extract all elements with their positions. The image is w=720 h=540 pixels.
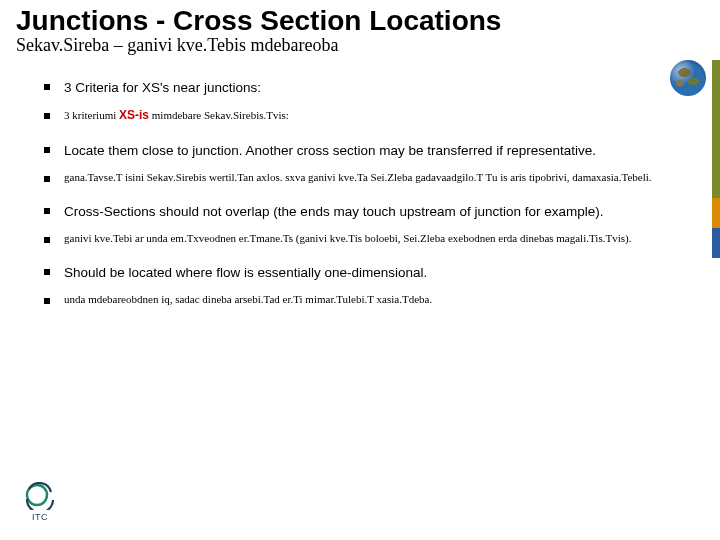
bullet-marker-icon — [44, 147, 50, 153]
bullet-item: ganivi kve.Tebi ar unda em.Txveodnen er.… — [44, 227, 704, 249]
bullet-text: Cross-Sections should not overlap (the e… — [64, 198, 704, 225]
bullet-item: 3 kriteriumi XS-is mimdebare Sekav.Sireb… — [44, 103, 704, 127]
bullet-text: unda mdebareobdnen iq, sadac dineba arse… — [64, 288, 704, 310]
slide-subtitle: Sekav.Sireba – ganivi kve.Tebis mdebareo… — [16, 35, 704, 56]
slide-title: Junctions - Cross Section Locations — [16, 6, 704, 35]
bullet-item: Locate them close to junction. Another c… — [44, 137, 704, 164]
bullet-fragment: 3 kriteriumi — [64, 109, 119, 121]
bullet-marker-icon — [44, 208, 50, 214]
side-stripe-olive — [712, 60, 720, 198]
bullet-marker-icon — [44, 298, 50, 304]
bullet-item: unda mdebareobdnen iq, sadac dineba arse… — [44, 288, 704, 310]
side-stripe-blue — [712, 228, 720, 258]
itc-logo-label: ITC — [18, 512, 62, 522]
bullet-text: Locate them close to junction. Another c… — [64, 137, 704, 164]
slide: Junctions - Cross Section Locations Seka… — [0, 0, 720, 540]
xs-highlight: XS-is — [119, 108, 149, 122]
bullet-marker-icon — [44, 269, 50, 275]
bullet-marker-icon — [44, 84, 50, 90]
itc-logo-icon — [23, 482, 57, 510]
bullet-item: Cross-Sections should not overlap (the e… — [44, 198, 704, 225]
bullet-marker-icon — [44, 176, 50, 182]
bullet-text: Should be located where flow is essentia… — [64, 259, 704, 286]
bullet-fragment: mimdebare Sekav.Sirebis.Tvis: — [149, 109, 289, 121]
bullet-item: Should be located where flow is essentia… — [44, 259, 704, 286]
bullet-text: ganivi kve.Tebi ar unda em.Txveodnen er.… — [64, 227, 704, 249]
side-stripe-orange — [712, 198, 720, 228]
itc-logo: ITC — [18, 482, 62, 522]
bullet-marker-icon — [44, 113, 50, 119]
bullet-text: 3 Criteria for XS's near junctions: — [64, 74, 704, 101]
bullet-item: gana.Tavse.T isini Sekav.Sirebis wertil.… — [44, 166, 704, 188]
globe-icon — [670, 60, 706, 96]
content-area: 3 Criteria for XS's near junctions: 3 kr… — [16, 74, 704, 310]
bullet-text: 3 kriteriumi XS-is mimdebare Sekav.Sireb… — [64, 103, 704, 127]
bullet-marker-icon — [44, 237, 50, 243]
bullet-item: 3 Criteria for XS's near junctions: — [44, 74, 704, 101]
bullet-text: gana.Tavse.T isini Sekav.Sirebis wertil.… — [64, 166, 704, 188]
